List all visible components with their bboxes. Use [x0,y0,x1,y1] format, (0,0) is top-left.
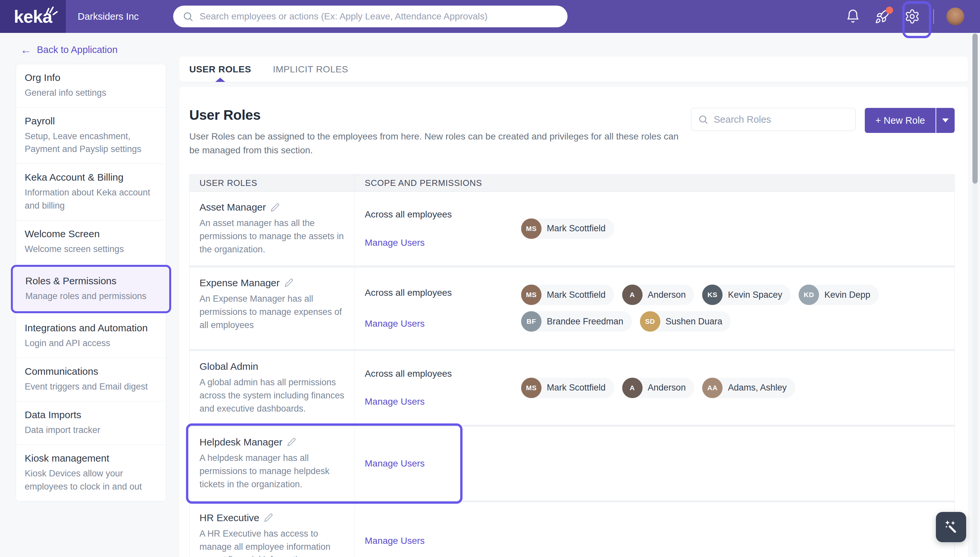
sidebar-item-payroll[interactable]: Payroll Setup, Leave encashment, Payment… [16,107,166,163]
edit-role-icon[interactable] [287,438,296,446]
roles-table-header: USER ROLES SCOPE AND PERMISSIONS [190,175,954,192]
page-title: User Roles [189,107,686,123]
sidebar-item-subtitle: Data import tracker [25,424,157,436]
role-description: An asset manager has all the permissions… [199,217,347,256]
settings-layout: Org Info General info settings Payroll S… [0,55,980,557]
magic-wand-icon [942,518,960,536]
user-chip[interactable]: KD Kevin Depp [799,285,879,305]
roles-table: USER ROLES SCOPE AND PERMISSIONS Asset M… [189,174,955,557]
company-name: Darksiders Inc [78,11,139,22]
column-header-scope: SCOPE AND PERMISSIONS [355,175,482,192]
bell-icon [845,9,861,24]
avatar: KS [702,285,722,305]
user-name: Kevin Spacey [728,290,782,300]
user-chip[interactable]: BF Brandee Freedman [521,311,632,332]
global-search-input[interactable] [199,11,558,22]
user-chip[interactable]: MS Mark Scottfield [521,285,614,305]
header-divider [933,9,934,24]
edit-role-icon[interactable] [271,203,279,212]
scrollbar-thumb[interactable] [972,34,978,184]
assigned-users [521,502,954,557]
sidebar-item-subtitle: Event triggers and Email digest [25,380,157,393]
back-row: ← Back to Application [0,33,980,55]
role-title: Expense Manager [199,277,347,288]
role-name: HR Executive [199,512,259,523]
role-description: A HR Executive has access to manage all … [199,528,347,557]
user-avatar[interactable] [946,8,964,25]
page-description: User Roles can be assigned to the employ… [189,130,686,157]
scope-cell: Across all employees Manage Users MS Mar… [355,351,954,425]
back-link-label: Back to Application [37,44,117,55]
user-name: Brandee Freedman [547,316,623,327]
settings-button[interactable] [903,8,921,25]
sidebar-item-data-imports[interactable]: Data Imports Data import tracker [16,401,166,445]
main-content: USER ROLES IMPLICIT ROLES User Roles Use… [179,57,968,557]
sidebar-item-subtitle: General info settings [25,86,157,99]
user-name: Sushen Duara [665,316,722,327]
keka-logo[interactable]: keka [0,0,66,33]
avatar: A [622,285,642,305]
user-chip[interactable]: A Anderson [622,378,695,398]
sidebar-item-title: Integrations and Automation [25,322,157,334]
sidebar-item-kiosk-management[interactable]: Kiosk management Kiosk Devices allow you… [16,445,166,501]
new-role-dropdown-button[interactable] [936,108,955,133]
edit-role-icon[interactable] [264,513,273,522]
tab-user-roles[interactable]: USER ROLES [189,57,251,82]
role-scope: Across all employees [365,368,452,379]
search-roles-box[interactable] [691,108,856,131]
manage-users-link[interactable]: Manage Users [365,536,425,546]
sidebar-item-keka-account-billing[interactable]: Keka Account & Billing Information about… [16,163,166,220]
assigned-users [521,427,954,500]
scope-cell: Across all employees Manage Users MS Mar… [355,192,954,265]
user-chip[interactable]: AA Adams, Ashley [702,378,795,398]
manage-users-link[interactable]: Manage Users [365,458,425,469]
app-header: keka Darksiders Inc [0,0,980,33]
sidebar-item-subtitle: Kiosk Devices allow your employees to cl… [25,467,157,493]
user-chip[interactable]: A Anderson [622,285,695,305]
whats-new-button[interactable] [874,8,891,25]
sidebar-item-roles-permissions[interactable]: Roles & Permissions Manage roles and per… [11,265,171,313]
sidebar-item-welcome-screen[interactable]: Welcome Screen Welcome screen settings [16,220,166,264]
assistant-wand-button[interactable] [936,512,966,542]
scope-cell: Across all employees Manage Users MS Mar… [355,267,954,349]
asset-manager-row: Asset Manager An asset manager has all t… [190,192,954,265]
role-title: Global Admin [199,361,347,372]
edit-role-icon[interactable] [284,278,293,287]
avatar: MS [521,218,541,239]
role-description: An Expense Manager has all permissions t… [199,293,347,332]
sidebar-item-org-info[interactable]: Org Info General info settings [16,64,166,107]
chevron-down-icon [942,119,949,122]
search-icon [698,114,708,125]
section-header-text: User Roles User Roles can be assigned to… [189,107,686,157]
global-search[interactable] [173,6,567,27]
sidebar-item-integrations-and-automation[interactable]: Integrations and Automation Login and AP… [16,314,166,358]
sidebar-item-subtitle: Information about Keka account and billi… [25,186,157,212]
user-name: Anderson [648,383,686,393]
sidebar-item-communications[interactable]: Communications Event triggers and Email … [16,358,166,401]
user-chip[interactable]: MS Mark Scottfield [521,218,614,239]
tab-implicit-roles[interactable]: IMPLICIT ROLES [273,57,348,82]
avatar: SD [640,311,660,332]
sidebar-item-subtitle: Setup, Leave encashment, Payment and Pay… [25,130,157,156]
roles-tabbar: USER ROLES IMPLICIT ROLES [179,57,968,82]
role-cell: Global Admin A global admin has all perm… [190,351,355,425]
manage-users-link[interactable]: Manage Users [365,396,425,407]
user-chip[interactable]: KS Kevin Spacey [702,285,791,305]
avatar: A [622,378,642,398]
manage-users-link[interactable]: Manage Users [365,318,425,329]
sidebar-item-subtitle: Login and API access [25,337,157,350]
notifications-button[interactable] [845,8,861,25]
sidebar-item-title: Kiosk management [25,453,157,464]
role-title: HR Executive [199,512,347,523]
scope-left: Across all employees Manage Users [365,192,521,265]
user-name: Anderson [648,290,686,300]
manage-users-link[interactable]: Manage Users [365,238,425,248]
new-role-button[interactable]: + New Role [865,108,936,133]
gear-icon [904,8,920,24]
back-to-application-link[interactable]: ← Back to Application [20,44,117,55]
user-chip[interactable]: MS Mark Scottfield [521,378,614,398]
global-admin-row: Global Admin A global admin has all perm… [190,349,954,425]
role-description: A global admin has all permissions acros… [199,376,347,415]
search-roles-input[interactable] [714,114,849,125]
user-chip[interactable]: SD Sushen Duara [640,311,731,332]
